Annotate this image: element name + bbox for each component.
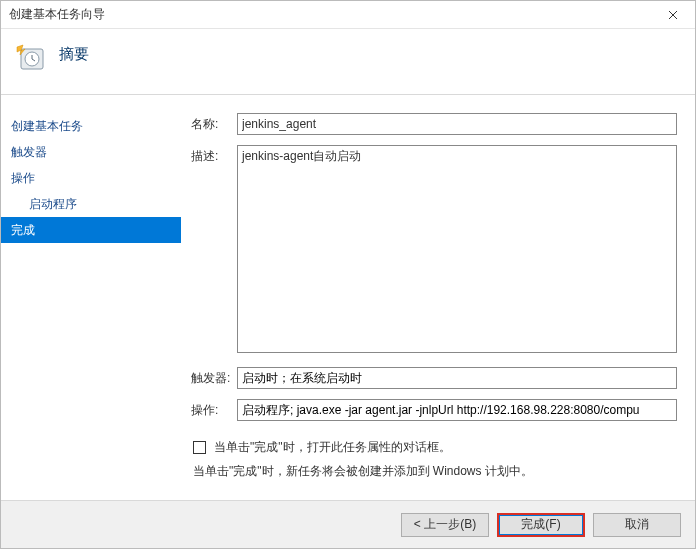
- wizard-header: 摘要: [1, 29, 695, 95]
- sidebar: 创建基本任务 触发器 操作 启动程序 完成: [1, 95, 181, 500]
- sidebar-item-finish[interactable]: 完成: [1, 217, 181, 243]
- content-panel: 名称: 描述: jenkins-agent自动启动 触发器: 操作: 当单击"完…: [181, 95, 695, 500]
- close-button[interactable]: [650, 1, 695, 29]
- description-field[interactable]: jenkins-agent自动启动: [237, 145, 677, 353]
- sidebar-item-create-task[interactable]: 创建基本任务: [1, 113, 181, 139]
- description-label: 描述:: [191, 145, 237, 165]
- sidebar-item-start-program[interactable]: 启动程序: [1, 191, 181, 217]
- sidebar-item-action[interactable]: 操作: [1, 165, 181, 191]
- wizard-footer: < 上一步(B) 完成(F) 取消: [1, 500, 695, 548]
- finish-info-text: 当单击"完成"时，新任务将会被创建并添加到 Windows 计划中。: [191, 461, 677, 481]
- wizard-body: 创建基本任务 触发器 操作 启动程序 完成 名称: 描述: jenkins-ag…: [1, 95, 695, 500]
- name-field[interactable]: [237, 113, 677, 135]
- sidebar-item-trigger[interactable]: 触发器: [1, 139, 181, 165]
- window-title: 创建基本任务向导: [9, 6, 105, 23]
- wizard-window: 创建基本任务向导 摘要 创建基本任务 触发器 操作 启动程序 完成 名称:: [0, 0, 696, 549]
- trigger-label: 触发器:: [191, 367, 237, 387]
- finish-button[interactable]: 完成(F): [497, 513, 585, 537]
- action-field: [237, 399, 677, 421]
- name-label: 名称:: [191, 113, 237, 133]
- open-properties-label: 当单击"完成"时，打开此任务属性的对话框。: [212, 437, 451, 457]
- action-label: 操作:: [191, 399, 237, 419]
- back-button[interactable]: < 上一步(B): [401, 513, 489, 537]
- trigger-field: [237, 367, 677, 389]
- open-properties-checkbox[interactable]: [193, 441, 206, 454]
- cancel-button[interactable]: 取消: [593, 513, 681, 537]
- task-clock-icon: [15, 41, 45, 71]
- close-icon: [668, 10, 678, 20]
- page-title: 摘要: [59, 41, 89, 64]
- titlebar: 创建基本任务向导: [1, 1, 695, 29]
